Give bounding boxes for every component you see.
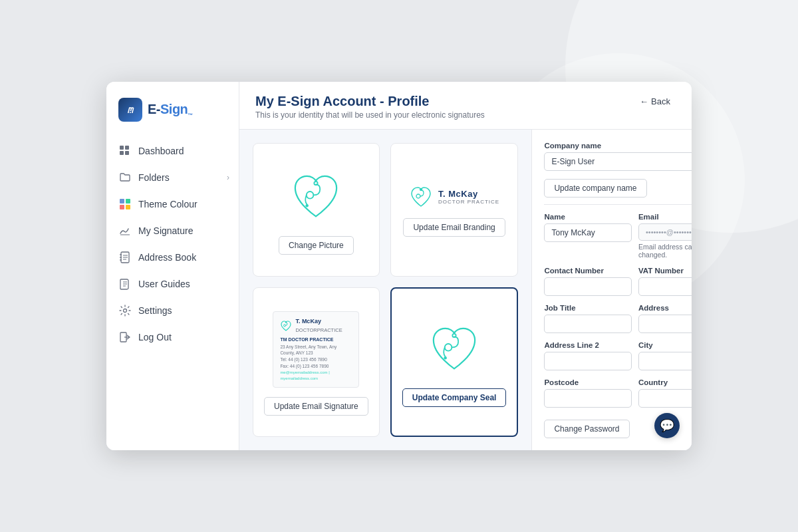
jobtitle-address-row: Job Title Address bbox=[544, 304, 692, 333]
update-email-branding-button[interactable]: Update Email Branding bbox=[403, 218, 505, 237]
svg-rect-2 bbox=[120, 151, 124, 155]
city-input[interactable] bbox=[638, 352, 692, 370]
name-label: Name bbox=[544, 213, 632, 221]
sidebar-item-user-guides[interactable]: User Guides bbox=[106, 271, 239, 297]
svg-point-29 bbox=[445, 344, 452, 351]
chat-button[interactable]: 💬 bbox=[654, 413, 680, 438]
company-name-label: Company name bbox=[544, 142, 692, 150]
app-window: ꭑ E‑Sign™ Dashboard bbox=[106, 82, 692, 450]
job-title-form-group: Job Title bbox=[544, 304, 632, 333]
sig-title: DOCTORPRACTICE bbox=[295, 327, 342, 334]
header-left: My E-Sign Account - Profile This is your… bbox=[255, 94, 485, 120]
logout-icon bbox=[118, 331, 132, 344]
address-input[interactable] bbox=[638, 315, 692, 333]
contact-number-input[interactable] bbox=[544, 277, 632, 296]
email-signature-preview: T. McKay DOCTORPRACTICE TM DOCTOR PRACTI… bbox=[273, 311, 359, 387]
update-company-seal-button[interactable]: Update Company Seal bbox=[402, 388, 507, 407]
vat-number-input[interactable] bbox=[638, 277, 692, 296]
logo-icon: ꭑ bbox=[118, 98, 142, 122]
form-divider bbox=[544, 204, 692, 205]
address-line2-input[interactable] bbox=[544, 352, 632, 370]
svg-point-24 bbox=[306, 205, 309, 207]
vat-number-label: VAT Number bbox=[638, 267, 692, 275]
folder-icon bbox=[118, 171, 132, 184]
svg-rect-3 bbox=[125, 151, 129, 155]
svg-rect-5 bbox=[126, 199, 130, 203]
back-button[interactable]: ← Back bbox=[634, 94, 676, 109]
city-label: City bbox=[638, 341, 692, 349]
company-name-form-group: Company name bbox=[544, 142, 692, 171]
svg-rect-4 bbox=[120, 199, 124, 203]
svg-rect-6 bbox=[120, 205, 124, 209]
sig-line4: me@myemailaddress.com | myemailaddress.c… bbox=[280, 370, 352, 382]
sig-line3: Fax: 44 (0) 123 456 7890 bbox=[280, 363, 352, 370]
name-input[interactable] bbox=[544, 223, 632, 242]
svg-point-23 bbox=[315, 182, 318, 185]
address2-city-row: Address Line 2 City bbox=[544, 341, 692, 370]
svg-rect-1 bbox=[125, 146, 129, 150]
sig-company: TM DOCTOR PRACTICE bbox=[280, 336, 352, 344]
postcode-label: Postcode bbox=[544, 378, 632, 386]
sidebar-label-userguides: User Guides bbox=[138, 279, 190, 289]
chevron-right-icon: › bbox=[227, 173, 229, 182]
country-form-group: Country bbox=[638, 378, 692, 408]
settings-icon bbox=[118, 304, 132, 317]
addressbook-icon bbox=[118, 251, 132, 264]
change-password-button[interactable]: Change Password bbox=[544, 420, 629, 438]
sidebar-item-address-book[interactable]: Address Book bbox=[106, 244, 239, 271]
page-title: My E-Sign Account - Profile bbox=[255, 94, 485, 109]
sidebar-item-my-signature[interactable]: My Signature bbox=[106, 217, 239, 244]
update-email-signature-button[interactable]: Update Email Signature bbox=[264, 397, 368, 416]
logo-text: E‑Sign™ bbox=[148, 102, 193, 118]
email-brand-name: T. McKay bbox=[438, 189, 499, 199]
company-name-group: Company name Update company name bbox=[544, 142, 692, 198]
book-icon bbox=[118, 277, 132, 291]
sidebar-label-dashboard: Dashboard bbox=[138, 146, 184, 156]
main-content: My E-Sign Account - Profile This is your… bbox=[239, 82, 692, 450]
email-input[interactable] bbox=[638, 223, 692, 241]
postcode-form-group: Postcode bbox=[544, 378, 632, 408]
email-branding-preview: T. McKay DOCTOR PRACTICE bbox=[409, 185, 499, 209]
name-email-row: Name Email Email address can't be change… bbox=[544, 213, 692, 259]
profile-form: Company name Update company name Name Em… bbox=[531, 130, 692, 450]
contact-number-form-group: Contact Number bbox=[544, 267, 632, 296]
svg-point-22 bbox=[307, 192, 314, 199]
change-picture-button[interactable]: Change Picture bbox=[279, 236, 354, 255]
address-line2-label: Address Line 2 bbox=[544, 341, 632, 349]
country-input[interactable] bbox=[638, 389, 692, 408]
sidebar-nav: Dashboard Folders › bbox=[106, 138, 239, 440]
sidebar-item-theme-colour[interactable]: Theme Colour bbox=[106, 191, 239, 217]
sidebar: ꭑ E‑Sign™ Dashboard bbox=[106, 82, 239, 450]
profile-picture-image bbox=[286, 167, 346, 227]
sig-line1: 23 Any Street, Any Town, Any County, ANY… bbox=[280, 344, 352, 357]
update-company-name-button[interactable]: Update company name bbox=[544, 179, 646, 198]
svg-point-31 bbox=[444, 357, 447, 360]
email-note: Email address can't be changed. bbox=[638, 243, 692, 259]
address-line2-form-group: Address Line 2 bbox=[544, 341, 632, 370]
back-arrow-icon: ← bbox=[640, 96, 648, 106]
sidebar-item-settings[interactable]: Settings bbox=[106, 297, 239, 324]
country-label: Country bbox=[638, 378, 692, 386]
sidebar-label-logout: Log Out bbox=[138, 332, 172, 342]
sidebar-label-addressbook: Address Book bbox=[138, 252, 196, 263]
sidebar-item-folders[interactable]: Folders › bbox=[106, 164, 239, 191]
postcode-input[interactable] bbox=[544, 389, 632, 408]
sidebar-label-folders: Folders bbox=[138, 172, 170, 183]
svg-point-25 bbox=[416, 194, 420, 198]
profile-cards-grid: Change Picture T. M bbox=[239, 130, 531, 450]
change-picture-card: Change Picture bbox=[253, 143, 380, 277]
svg-rect-7 bbox=[126, 205, 130, 209]
chat-icon: 💬 bbox=[660, 418, 674, 433]
svg-rect-0 bbox=[120, 146, 124, 150]
theme-icon bbox=[118, 198, 132, 211]
name-form-group: Name bbox=[544, 213, 632, 259]
sidebar-item-dashboard[interactable]: Dashboard bbox=[106, 138, 239, 164]
company-name-input[interactable] bbox=[544, 152, 692, 171]
company-seal-card: Update Company Seal bbox=[390, 287, 519, 437]
sidebar-item-logout[interactable]: Log Out bbox=[106, 324, 239, 350]
job-title-label: Job Title bbox=[544, 304, 632, 312]
sidebar-label-settings: Settings bbox=[138, 305, 172, 316]
email-label: Email bbox=[638, 213, 692, 221]
back-label: Back bbox=[651, 96, 670, 106]
job-title-input[interactable] bbox=[544, 315, 632, 333]
